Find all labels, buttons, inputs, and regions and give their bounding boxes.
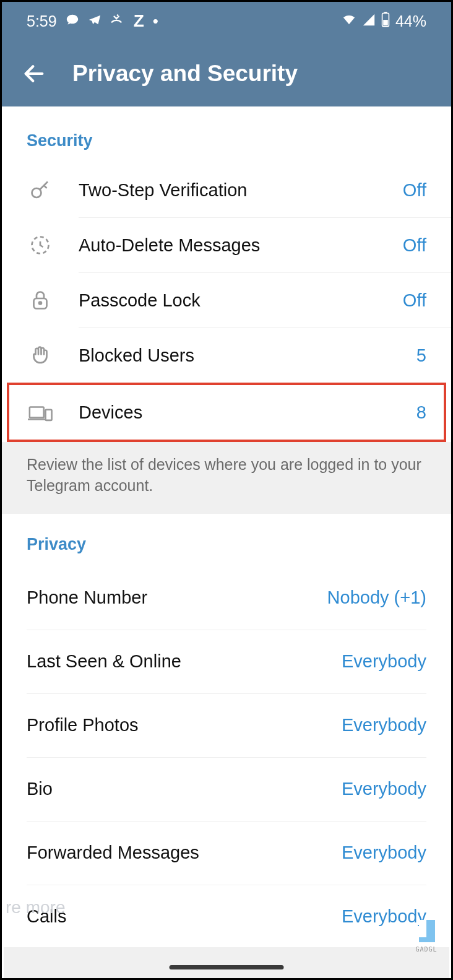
- missed-call-icon: [110, 12, 125, 30]
- row-value: Everybody: [342, 843, 426, 863]
- privacy-section: Privacy Phone Number Nobody (+1) Last Se…: [2, 514, 451, 981]
- row-value: Everybody: [342, 651, 426, 672]
- battery-percent: 44%: [395, 12, 426, 30]
- row-value: 5: [416, 345, 426, 366]
- key-icon: [27, 176, 54, 204]
- telegram-icon: [88, 12, 101, 30]
- row-value: Off: [403, 290, 426, 311]
- blocked-users-row[interactable]: Blocked Users 5: [2, 328, 451, 383]
- chat-bubble-icon: [66, 12, 79, 30]
- devices-icon: [27, 399, 54, 426]
- row-label: Auto-Delete Messages: [79, 235, 403, 256]
- calls-row[interactable]: Calls Everybody: [2, 885, 451, 948]
- svg-rect-2: [384, 12, 387, 13]
- bio-row[interactable]: Bio Everybody: [2, 758, 451, 821]
- row-value: Everybody: [342, 779, 426, 799]
- devices-highlight: Devices 8: [7, 383, 446, 442]
- cellular-icon: [362, 12, 376, 30]
- svg-rect-3: [383, 20, 388, 25]
- last-seen-row[interactable]: Last Seen & Online Everybody: [2, 630, 451, 693]
- svg-point-8: [39, 302, 41, 305]
- row-label: Devices: [79, 402, 416, 423]
- svg-rect-13: [419, 920, 426, 937]
- svg-rect-11: [46, 410, 52, 420]
- privacy-header: Privacy: [2, 514, 451, 566]
- android-nav-handle[interactable]: [170, 965, 284, 969]
- battery-icon: [381, 11, 390, 31]
- row-value: Off: [403, 180, 426, 201]
- status-time: 5:59: [27, 12, 57, 30]
- security-section: Security Two-Step Verification Off Auto-…: [2, 106, 451, 442]
- row-value: Everybody: [342, 715, 426, 735]
- svg-rect-9: [30, 407, 44, 417]
- security-header: Security: [2, 106, 451, 163]
- hand-icon: [27, 342, 54, 369]
- forwarded-messages-row[interactable]: Forwarded Messages Everybody: [2, 822, 451, 885]
- row-label: Phone Number: [27, 588, 327, 608]
- two-step-verification-row[interactable]: Two-Step Verification Off: [2, 163, 451, 217]
- security-footer-note: Review the list of devices where you are…: [2, 442, 451, 514]
- phone-number-row[interactable]: Phone Number Nobody (+1): [2, 566, 451, 630]
- profile-photos-row[interactable]: Profile Photos Everybody: [2, 694, 451, 757]
- status-right: 44%: [341, 11, 426, 31]
- app-bar: Privacy and Security: [2, 40, 451, 106]
- row-value: Nobody (+1): [327, 588, 426, 608]
- status-left: 5:59 Z •: [27, 11, 158, 31]
- svg-point-0: [116, 14, 118, 16]
- row-label: Blocked Users: [79, 345, 416, 366]
- lock-icon: [27, 287, 54, 314]
- page-title: Privacy and Security: [72, 61, 298, 87]
- bottom-spacer: [4, 947, 449, 978]
- watermark-text: GADGL: [413, 946, 440, 953]
- row-value: 8: [416, 402, 426, 423]
- devices-row[interactable]: Devices 8: [9, 385, 444, 440]
- row-label: Passcode Lock: [79, 290, 403, 311]
- faded-overlay-text: re more: [2, 898, 65, 917]
- row-label: Profile Photos: [27, 715, 342, 735]
- dot-icon: •: [153, 12, 158, 31]
- arrow-left-icon: [22, 61, 46, 86]
- row-label: Bio: [27, 779, 342, 799]
- auto-delete-messages-row[interactable]: Auto-Delete Messages Off: [2, 218, 451, 272]
- back-button[interactable]: [20, 60, 48, 87]
- row-label: Calls: [27, 906, 342, 927]
- watermark: GADGL: [413, 917, 440, 945]
- passcode-lock-row[interactable]: Passcode Lock Off: [2, 273, 451, 327]
- row-label: Last Seen & Online: [27, 651, 342, 672]
- timer-icon: [27, 232, 54, 259]
- status-bar: 5:59 Z • 44%: [2, 2, 451, 40]
- wifi-icon: [341, 12, 357, 30]
- row-label: Two-Step Verification: [79, 180, 403, 201]
- row-label: Forwarded Messages: [27, 843, 342, 863]
- z-icon: Z: [134, 11, 144, 31]
- row-value: Off: [403, 235, 426, 256]
